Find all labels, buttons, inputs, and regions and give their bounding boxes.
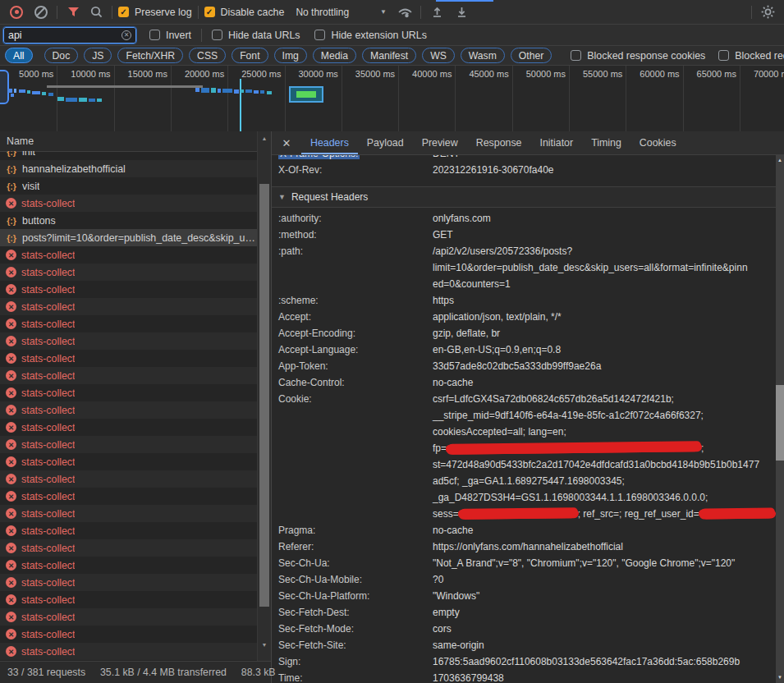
request-name: stats-collect	[21, 301, 75, 313]
type-filter-js[interactable]: JS	[84, 48, 112, 63]
network-conditions-icon[interactable]	[395, 2, 415, 22]
header-row: X-Of-Rev:202312261916-30670fa40e	[272, 162, 776, 178]
type-filter-manifest[interactable]: Manifest	[362, 48, 416, 63]
tab-payload[interactable]: Payload	[358, 131, 413, 154]
request-row[interactable]: ✕stats-collect	[0, 246, 258, 264]
hide-data-urls-checkbox[interactable]: Hide data URLs	[212, 30, 300, 41]
request-row[interactable]: ✕stats-collect	[0, 557, 258, 574]
header-name: Sign:	[272, 653, 433, 670]
scrollbar-thumb[interactable]	[259, 184, 269, 607]
type-filter-fetch-xhr[interactable]: Fetch/XHR	[117, 48, 183, 63]
request-row[interactable]: {:}visit	[0, 177, 258, 195]
request-row[interactable]: ✕stats-collect	[0, 470, 258, 488]
request-row[interactable]: ✕stats-collect	[0, 608, 258, 626]
error-icon: ✕	[6, 474, 16, 484]
tab-response[interactable]: Response	[467, 131, 531, 154]
timeline-overview[interactable]: 5000 ms10000 ms15000 ms20000 ms25000 ms3…	[0, 66, 784, 132]
request-row[interactable]: ✕stats-collect	[0, 591, 258, 608]
tab-cookies[interactable]: Cookies	[630, 131, 685, 154]
name-column-header[interactable]: Name	[0, 131, 271, 152]
throttling-dropdown[interactable]: No throttling ▼	[296, 7, 387, 18]
type-filter-media[interactable]: Media	[313, 48, 356, 63]
type-filter-all[interactable]: All	[5, 48, 33, 63]
clear-filter-icon[interactable]: ✕	[121, 30, 131, 40]
request-row[interactable]: ✕stats-collect	[0, 539, 258, 557]
request-row[interactable]: ✕stats-collect	[0, 401, 258, 419]
header-row: Accept-Encoding:gzip, deflate, br	[272, 325, 776, 342]
request-row[interactable]: {:}hannahelizabethofficial	[0, 160, 258, 177]
request-row[interactable]: ✕stats-collect	[0, 332, 258, 350]
request-row[interactable]: ✕stats-collect	[0, 643, 258, 660]
request-row[interactable]: ✕stats-collect	[0, 574, 258, 591]
filter-input[interactable]: api ✕	[3, 27, 136, 44]
details-scrollbar[interactable]: ▲ ▼	[776, 155, 784, 683]
checkbox-blocked-requests[interactable]: Blocked requests	[718, 50, 784, 62]
scrollbar-thumb[interactable]	[776, 385, 784, 461]
request-row[interactable]: ✕stats-collect	[0, 384, 258, 401]
request-name: stats-collect	[21, 491, 75, 502]
header-row: :method:GET	[272, 227, 776, 243]
type-filter-font[interactable]: Font	[232, 48, 268, 63]
invert-checkbox[interactable]: Invert	[149, 30, 191, 41]
scroll-down-icon[interactable]: ▼	[258, 642, 271, 648]
scroll-down-icon[interactable]: ▼	[776, 675, 784, 680]
header-row: Sec-Ch-Ua:"Not_A Brand";v="8", "Chromium…	[272, 555, 776, 571]
tab-timing[interactable]: Timing	[582, 131, 630, 154]
close-details-icon[interactable]: ✕	[280, 137, 293, 149]
waterfall-bar	[27, 90, 30, 94]
hide-extension-urls-checkbox[interactable]: Hide extension URLs	[314, 30, 426, 41]
scroll-up-icon[interactable]: ▲	[258, 135, 271, 141]
overview-selection-handle[interactable]	[0, 70, 9, 104]
search-icon[interactable]	[86, 2, 106, 22]
request-name: stats-collect	[21, 525, 75, 537]
type-filter-doc[interactable]: Doc	[44, 48, 79, 63]
checkbox-blocked-response-cookies[interactable]: Blocked response cookies	[571, 50, 705, 62]
scroll-up-icon[interactable]: ▲	[776, 158, 784, 163]
request-row[interactable]: ✕stats-collect	[0, 505, 258, 522]
request-row[interactable]: ✕stats-collect	[0, 298, 258, 315]
request-row[interactable]: {:}buttons	[0, 212, 258, 229]
preserve-log-checkbox[interactable]: ✓ Preserve log	[118, 7, 192, 18]
tab-initiator[interactable]: Initiator	[531, 131, 583, 154]
waterfall-bar	[267, 91, 272, 94]
request-row[interactable]: {:}init	[0, 151, 258, 160]
request-row[interactable]: ✕stats-collect	[0, 626, 258, 643]
request-row[interactable]: ✕stats-collect	[0, 419, 258, 436]
header-row: Pragma:no-cache	[272, 522, 776, 539]
cookie-text: csrf=LdfcGX4Sa72db06824c657db26a5d142472…	[433, 393, 674, 405]
type-filter-ws[interactable]: WS	[422, 48, 455, 63]
request-row[interactable]: ✕stats-collect	[0, 436, 258, 453]
export-har-icon[interactable]	[452, 2, 471, 22]
tab-headers[interactable]: Headers	[301, 131, 358, 154]
request-row[interactable]: ✕stats-collect	[0, 367, 258, 384]
request-row[interactable]: ✕stats-collect	[0, 453, 258, 470]
settings-gear-icon[interactable]	[758, 2, 777, 22]
waterfall-bar	[89, 99, 95, 102]
request-row[interactable]: ✕stats-collect	[0, 195, 258, 212]
cookie-text: __stripe_mid=9df140f6-e64a-419e-85fc-a1c…	[433, 410, 704, 421]
request-row[interactable]: ✕stats-collect	[0, 488, 258, 505]
request-row[interactable]: ✕stats-collect	[0, 350, 258, 367]
requests-scrollbar[interactable]: ▲ ▼	[257, 131, 271, 661]
type-filter-css[interactable]: CSS	[189, 48, 226, 63]
request-name: stats-collect	[21, 560, 75, 571]
timeline-tick-label: 65000 ms	[677, 69, 736, 79]
filter-icon[interactable]	[63, 2, 83, 22]
clear-icon[interactable]	[31, 2, 51, 22]
type-filter-wasm[interactable]: Wasm	[461, 48, 505, 63]
request-row[interactable]: ✕stats-collect	[0, 281, 258, 298]
request-row[interactable]: ✕stats-collect	[0, 315, 258, 332]
request-row[interactable]: ✕stats-collect	[0, 522, 258, 539]
type-filter-other[interactable]: Other	[511, 48, 552, 63]
cookie-text: fp=	[433, 442, 447, 454]
request-headers-section-header[interactable]: ▼Request Headers	[272, 186, 776, 208]
request-row[interactable]: ✕stats-collect	[0, 264, 258, 281]
record-icon[interactable]	[7, 2, 26, 22]
request-name: buttons	[22, 215, 56, 227]
tab-preview[interactable]: Preview	[413, 131, 467, 154]
request-row[interactable]: {:}posts?limit=10&order=publish_date_des…	[0, 229, 258, 246]
import-har-icon[interactable]	[427, 2, 447, 22]
disable-cache-checkbox[interactable]: ✓ Disable cache	[204, 7, 285, 18]
type-filter-img[interactable]: Img	[274, 48, 307, 63]
error-icon: ✕	[6, 594, 16, 605]
